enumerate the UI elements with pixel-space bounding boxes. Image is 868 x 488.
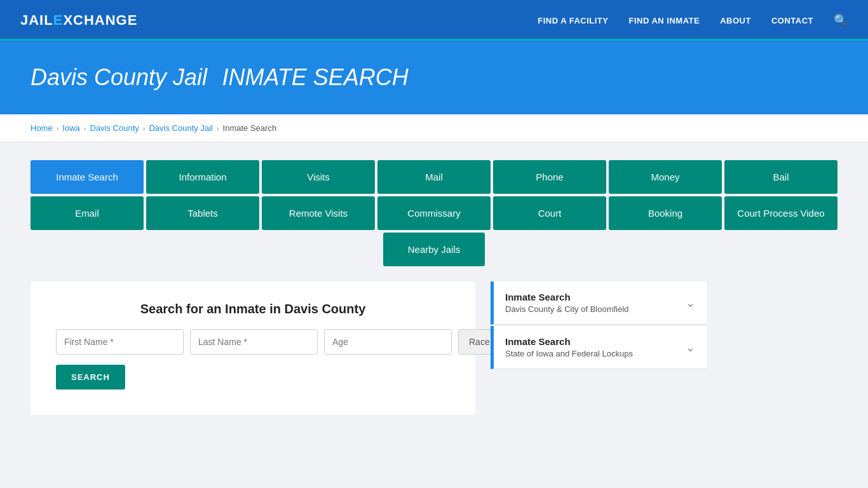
breadcrumb-davis-county[interactable]: Davis County (90, 123, 139, 133)
breadcrumb-current: Inmate Search (223, 123, 277, 133)
tab-tablets[interactable]: Tablets (146, 196, 259, 230)
nav-find-facility[interactable]: FIND A FACILITY (538, 16, 608, 25)
sidebar-item-text-2: Inmate Search State of Iowa and Federal … (505, 336, 633, 358)
tab-money[interactable]: Money (609, 160, 722, 194)
tab-bail[interactable]: Bail (724, 160, 837, 194)
breadcrumb-home[interactable]: Home (31, 123, 53, 133)
content-row: Search for an Inmate in Davis County Rac… (31, 281, 837, 415)
navigation: JAILEXCHANGE FIND A FACILITY FIND AN INM… (0, 0, 868, 41)
search-form-title: Search for an Inmate in Davis County (56, 302, 450, 316)
tab-commissary[interactable]: Commissary (377, 196, 491, 230)
tab-email[interactable]: Email (31, 196, 144, 230)
breadcrumb: Home › Iowa › Davis County › Davis Count… (0, 114, 868, 142)
tab-information[interactable]: Information (146, 160, 259, 194)
tabs-row-3: Nearby Jails (31, 233, 837, 266)
tabs-row-1: Inmate Search Information Visits Mail Ph… (31, 160, 837, 194)
tab-mail[interactable]: Mail (377, 160, 491, 194)
nav-find-inmate[interactable]: FIND AN INMATE (628, 16, 700, 25)
logo-xchange: XCHANGE (63, 12, 137, 28)
nav-links: FIND A FACILITY FIND AN INMATE ABOUT CON… (538, 13, 848, 27)
sidebar-item-iowa-federal[interactable]: Inmate Search State of Iowa and Federal … (491, 326, 707, 369)
main-content: Inmate Search Information Visits Mail Ph… (0, 142, 868, 433)
breadcrumb-sep-1: › (57, 125, 59, 132)
tab-nearby-jails[interactable]: Nearby Jails (383, 233, 485, 266)
nav-contact[interactable]: CONTACT (771, 16, 813, 25)
search-form-container: Search for an Inmate in Davis County Rac… (31, 281, 475, 415)
sidebar: Inmate Search Davis County & City of Blo… (491, 281, 707, 370)
breadcrumb-sep-3: › (143, 125, 146, 132)
tab-phone[interactable]: Phone (493, 160, 606, 194)
sidebar-item-text-1: Inmate Search Davis County & City of Blo… (505, 292, 628, 314)
logo[interactable]: JAILEXCHANGE (20, 12, 137, 29)
sidebar-item-title-2: Inmate Search (505, 336, 633, 347)
sidebar-item-subtitle-1: Davis County & City of Bloomfield (505, 304, 628, 314)
breadcrumb-davis-county-jail[interactable]: Davis County Jail (149, 123, 212, 133)
page-title: Davis County Jail INMATE SEARCH (31, 61, 837, 92)
tab-remote-visits[interactable]: Remote Visits (262, 196, 375, 230)
nav-about[interactable]: ABOUT (720, 16, 751, 25)
tab-booking[interactable]: Booking (609, 196, 722, 230)
sidebar-item-subtitle-2: State of Iowa and Federal Lockups (505, 349, 633, 358)
tab-inmate-search[interactable]: Inmate Search (31, 160, 144, 194)
sidebar-item-davis-county[interactable]: Inmate Search Davis County & City of Blo… (491, 281, 707, 325)
tab-visits[interactable]: Visits (262, 160, 375, 194)
search-icon[interactable]: 🔍 (834, 13, 848, 27)
tab-court[interactable]: Court (493, 196, 606, 230)
hero-subtitle: INMATE SEARCH (222, 64, 408, 90)
chevron-down-icon-2: ⌄ (686, 341, 695, 355)
first-name-input[interactable] (56, 329, 184, 355)
age-input[interactable] (324, 329, 452, 355)
sidebar-item-title-1: Inmate Search (505, 292, 628, 302)
breadcrumb-sep-2: › (84, 125, 86, 132)
logo-ex: E (53, 12, 64, 28)
last-name-input[interactable] (190, 329, 318, 355)
hero-section: Davis County Jail INMATE SEARCH (0, 41, 868, 114)
breadcrumb-iowa[interactable]: Iowa (62, 123, 79, 133)
tabs-row-2: Email Tablets Remote Visits Commissary C… (31, 196, 837, 230)
search-inputs: Race White Black Hispanic Asian Other (56, 329, 450, 355)
logo-jail: JAIL (20, 12, 53, 28)
breadcrumb-sep-4: › (217, 125, 219, 132)
tab-court-process-video[interactable]: Court Process Video (724, 196, 837, 230)
search-button[interactable]: SEARCH (56, 365, 125, 390)
hero-title: Davis County Jail (31, 64, 207, 90)
chevron-down-icon-1: ⌄ (686, 296, 695, 310)
